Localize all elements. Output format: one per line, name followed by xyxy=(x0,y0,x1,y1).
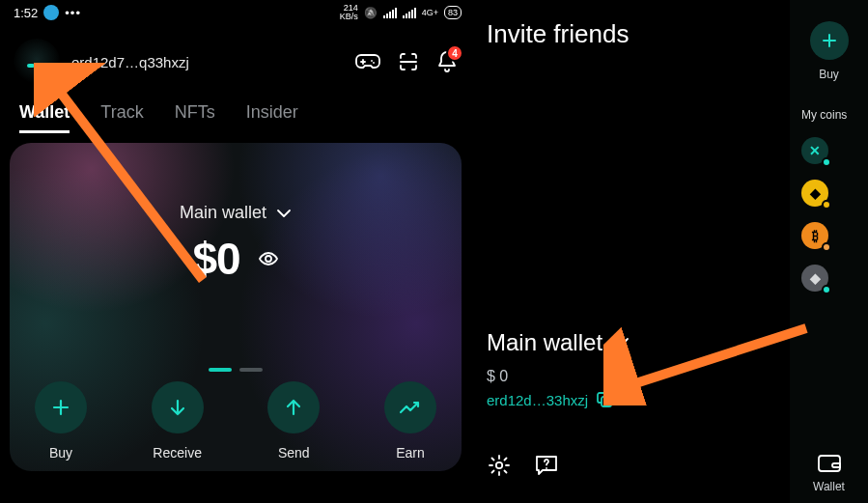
wallet-selector[interactable]: Main wallet xyxy=(180,203,292,223)
coin-item[interactable]: ◆ xyxy=(801,180,868,207)
avatar[interactable] xyxy=(14,39,60,85)
earn-button[interactable]: Earn xyxy=(384,381,436,461)
coin-item[interactable]: ✕ xyxy=(801,137,868,164)
page-indicator[interactable] xyxy=(209,368,263,372)
invite-friends-heading: Invite friends xyxy=(487,19,780,49)
telegram-icon xyxy=(43,5,59,20)
signal-icon xyxy=(403,7,416,18)
help-button[interactable] xyxy=(533,453,560,482)
my-coins-label: My coins xyxy=(801,108,868,122)
balance-value: $0 xyxy=(192,233,239,285)
gamepad-icon[interactable] xyxy=(355,52,380,71)
status-more-icon: ••• xyxy=(65,6,81,20)
wallet-hero-card: Main wallet $0 Buy Receive Send xyxy=(10,143,462,471)
buy-button[interactable]: Buy xyxy=(35,381,87,461)
wallet-address-copy[interactable]: erd12d…33hxzj xyxy=(487,391,780,408)
send-button[interactable]: Send xyxy=(267,381,320,461)
tab-insider[interactable]: Insider xyxy=(246,102,298,133)
coin-item[interactable]: ◆ xyxy=(801,265,868,292)
mute-icon xyxy=(364,7,378,19)
notification-badge: 4 xyxy=(446,44,463,62)
network-type: 4G+ xyxy=(422,9,438,17)
tab-nfts[interactable]: NFTs xyxy=(175,102,215,133)
plus-icon xyxy=(821,32,838,49)
svg-point-0 xyxy=(266,256,271,262)
plus-icon xyxy=(50,397,71,418)
scan-icon[interactable] xyxy=(398,51,419,72)
signal-icon xyxy=(383,7,397,18)
wallet-address[interactable]: erd12d7…q33hxzj xyxy=(71,54,189,70)
settings-button[interactable] xyxy=(487,453,512,482)
buy-button[interactable]: Buy xyxy=(790,21,868,81)
arrow-down-icon xyxy=(167,397,188,418)
battery-indicator: 83 xyxy=(444,6,462,19)
balance-value: $ 0 xyxy=(487,368,780,385)
copy-icon xyxy=(596,391,613,408)
coin-item[interactable]: ₿ xyxy=(801,222,868,249)
trend-up-icon xyxy=(399,399,422,416)
receive-button[interactable]: Receive xyxy=(152,381,204,461)
tab-track[interactable]: Track xyxy=(100,102,143,133)
visibility-toggle-icon[interactable] xyxy=(258,248,279,269)
chevron-down-icon xyxy=(612,337,630,349)
nav-wallet[interactable]: Wallet xyxy=(790,453,868,493)
wallet-icon xyxy=(816,453,843,474)
my-coins-section: My coins ✕ ◆ ₿ ◆ xyxy=(790,108,868,292)
arrow-up-icon xyxy=(283,397,304,418)
tabs: Wallet Track NFTs Insider xyxy=(0,85,471,133)
wallet-name: Main wallet xyxy=(180,203,266,223)
wallet-selector[interactable]: Main wallet xyxy=(487,329,780,356)
status-bar: 1:52 ••• 214KB/s 4G+ 83 xyxy=(0,0,471,21)
network-speed: 214KB/s xyxy=(340,4,358,21)
svg-rect-1 xyxy=(602,397,611,406)
tab-wallet[interactable]: Wallet xyxy=(19,102,70,133)
clock: 1:52 xyxy=(14,6,38,20)
chevron-down-icon xyxy=(276,209,292,218)
svg-point-2 xyxy=(496,462,502,468)
notifications-button[interactable]: 4 xyxy=(436,50,458,73)
